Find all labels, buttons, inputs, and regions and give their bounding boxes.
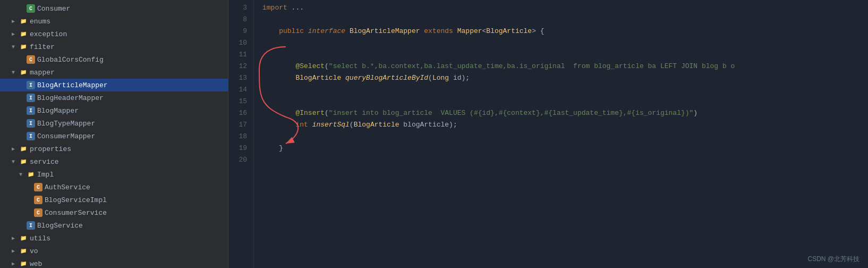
sidebar-item-label: Consumer [37, 5, 228, 13]
sidebar-item-impl[interactable]: ▼ 📁 Impl [0, 168, 228, 181]
sidebar-item-properties[interactable]: ▶ 📁 properties [0, 143, 228, 155]
folder-icon: 📁 [19, 259, 28, 268]
sidebar-item-label: web [30, 260, 228, 268]
line-numbers: 3 8 9 10 11 12 13 14 15 16 17 18 19 20 [228, 0, 254, 268]
code-line-3: import ... [262, 2, 868, 14]
sidebar-item-blogserviceimpl[interactable]: C BlogServiceImpl [0, 194, 228, 206]
code-line-19: } [262, 143, 868, 154]
class-icon: C [27, 55, 35, 64]
arrow-icon: ▼ [19, 172, 27, 178]
interface-icon: I [27, 94, 35, 102]
class-icon: C [27, 4, 35, 13]
interface-icon: I [27, 221, 35, 230]
sidebar-item-label: BlogService [37, 222, 228, 230]
folder-icon: 📁 [19, 234, 28, 242]
sidebar-item-authservice[interactable]: C AuthService [0, 181, 228, 194]
code-line-16: @Insert("insert into blog_article VALUES… [262, 107, 868, 119]
code-line-13: BlogArticle queryBlogArticleById(Long id… [262, 72, 868, 84]
sidebar-item-blogarticlemapper[interactable]: I BlogArticleMapper [0, 79, 228, 91]
sidebar-item-label: mapper [30, 69, 228, 77]
code-line-11 [262, 49, 868, 61]
code-line-15 [262, 96, 868, 107]
sidebar-item-label: ConsumerService [45, 209, 228, 217]
sidebar-item-label: BlogMapper [37, 107, 228, 115]
arrow-icon: ▼ [12, 159, 19, 165]
watermark: CSDN @北芳科技 [807, 255, 860, 264]
sidebar-item-globalcorsconfig[interactable]: C GlobalCorsConfig [0, 53, 228, 66]
arrow-icon: ▼ [12, 70, 19, 76]
code-line-18 [262, 131, 868, 143]
sidebar-item-enums[interactable]: ▶ 📁 enums [0, 15, 228, 28]
sidebar-item-utils[interactable]: ▶ 📁 utils [0, 232, 228, 245]
folder-icon: 📁 [19, 30, 28, 38]
arrow-icon: ▶ [12, 18, 19, 24]
code-line-14 [262, 84, 868, 96]
sidebar-item-label: BlogTypeMapper [37, 120, 228, 128]
sidebar-item-web[interactable]: ▶ 📁 web [0, 257, 228, 268]
sidebar-item-label: BlogArticleMapper [37, 81, 228, 89]
sidebar-item-filter[interactable]: ▼ 📁 filter [0, 40, 228, 53]
code-line-10 [262, 37, 868, 49]
arrow-icon: ▶ [12, 261, 19, 267]
sidebar-item-label: BlogServiceImpl [45, 196, 228, 204]
folder-icon: 📁 [19, 17, 28, 26]
class-icon: C [34, 183, 42, 191]
folder-icon: 📁 [19, 247, 28, 255]
code-line-20 [262, 154, 868, 166]
sidebar-item-consumerservice[interactable]: C ConsumerService [0, 206, 228, 219]
interface-icon: I [27, 132, 35, 140]
code-line-8 [262, 14, 868, 26]
sidebar-item-label: BlogHeaderMapper [37, 94, 228, 102]
folder-icon: 📁 [19, 145, 28, 153]
class-icon: C [34, 208, 42, 217]
interface-icon: I [27, 119, 35, 128]
arrow-icon: ▶ [12, 31, 19, 37]
sidebar-item-label: exception [30, 30, 228, 38]
class-icon: C [34, 196, 42, 204]
folder-icon: 📁 [27, 170, 35, 179]
code-line-9: public interface BlogArticleMapper exten… [262, 26, 868, 37]
sidebar-item-label: GlobalCorsConfig [37, 56, 228, 64]
sidebar-item-label: Impl [37, 171, 228, 179]
sidebar-item-label: properties [30, 145, 228, 153]
arrow-icon: ▶ [12, 146, 19, 152]
sidebar-item-label: enums [30, 18, 228, 26]
sidebar-item-blogservice[interactable]: I BlogService [0, 219, 228, 232]
arrow-icon: ▶ [12, 248, 19, 254]
sidebar-item-mapper[interactable]: ▼ 📁 mapper [0, 66, 228, 79]
folder-icon: 📁 [19, 43, 28, 51]
arrow-icon: ▶ [12, 235, 19, 241]
code-editor: 3 8 9 10 11 12 13 14 15 16 17 18 19 20 i… [228, 0, 868, 268]
sidebar-item-blogheadermapper[interactable]: I BlogHeaderMapper [0, 91, 228, 104]
sidebar-item-label: service [30, 158, 228, 166]
sidebar-item-label: filter [30, 43, 228, 51]
sidebar-item-blogmapper[interactable]: I BlogMapper [0, 104, 228, 117]
sidebar-item-exception[interactable]: ▶ 📁 exception [0, 28, 228, 40]
file-tree: C Consumer ▶ 📁 enums ▶ 📁 exception ▼ 📁 f… [0, 0, 228, 268]
folder-icon: 📁 [19, 68, 28, 77]
folder-icon: 📁 [19, 157, 28, 166]
sidebar-item-label: vo [30, 247, 228, 255]
code-content: import ... public interface BlogArticleM… [254, 0, 868, 268]
sidebar-item-blogtypemapper[interactable]: I BlogTypeMapper [0, 117, 228, 130]
code-line-12: @Select("select b.*,ba.context,ba.last_u… [262, 61, 868, 72]
arrow-icon: ▼ [12, 44, 19, 50]
code-line-17: int insertSql(BlogArticle blogArticle); [262, 119, 868, 131]
sidebar-item-label: utils [30, 234, 228, 242]
sidebar-item-service[interactable]: ▼ 📁 service [0, 155, 228, 168]
sidebar-item-consumermapper[interactable]: I ConsumerMapper [0, 130, 228, 143]
sidebar-item-consumer[interactable]: C Consumer [0, 2, 228, 15]
interface-icon: I [27, 106, 35, 115]
sidebar-item-label: ConsumerMapper [37, 132, 228, 140]
interface-icon: I [27, 81, 35, 89]
sidebar-item-vo[interactable]: ▶ 📁 vo [0, 245, 228, 257]
sidebar-item-label: AuthService [45, 183, 228, 191]
